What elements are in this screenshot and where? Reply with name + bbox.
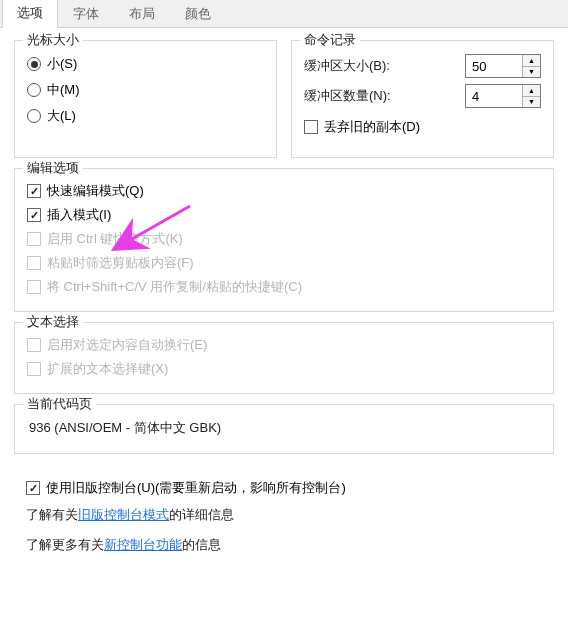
buffer-count-spinner[interactable]: ▲ ▼ bbox=[465, 84, 541, 108]
buffer-count-label: 缓冲区数量(N): bbox=[304, 87, 391, 105]
checkbox-icon bbox=[27, 208, 41, 222]
codepage-value: 936 (ANSI/OEM - 简体中文 GBK) bbox=[27, 415, 541, 441]
cb-ext-text-select: 扩展的文本选择键(X) bbox=[27, 357, 541, 381]
radio-small[interactable]: 小(S) bbox=[27, 51, 264, 77]
link-legacy-mode[interactable]: 旧版控制台模式 bbox=[78, 507, 169, 522]
text: 了解更多有关 bbox=[26, 537, 104, 552]
buffer-size-label: 缓冲区大小(B): bbox=[304, 57, 390, 75]
buffer-count-input[interactable] bbox=[466, 85, 522, 107]
checkbox-label: 使用旧版控制台(U)(需要重新启动，影响所有控制台) bbox=[46, 479, 346, 497]
tab-font[interactable]: 字体 bbox=[58, 0, 114, 28]
checkbox-label: 粘贴时筛选剪贴板内容(F) bbox=[47, 254, 194, 272]
footer-line-2: 了解更多有关新控制台功能的信息 bbox=[26, 536, 554, 554]
checkbox-label: 插入模式(I) bbox=[47, 206, 111, 224]
cb-quick-edit[interactable]: 快速编辑模式(Q) bbox=[27, 179, 541, 203]
cb-ctrl-shortcuts: 启用 Ctrl 键快捷方式(K) bbox=[27, 227, 541, 251]
cmd-history-group: 命令记录 缓冲区大小(B): ▲ ▼ 缓冲区数量(N): bbox=[291, 40, 554, 158]
cb-legacy-console[interactable]: 使用旧版控制台(U)(需要重新启动，影响所有控制台) bbox=[26, 476, 554, 500]
buffer-count-row: 缓冲区数量(N): ▲ ▼ bbox=[304, 81, 541, 111]
checkbox-icon bbox=[27, 256, 41, 270]
edit-options-legend: 编辑选项 bbox=[23, 159, 83, 177]
checkbox-icon bbox=[27, 184, 41, 198]
checkbox-label: 快速编辑模式(Q) bbox=[47, 182, 144, 200]
edit-options-group: 编辑选项 快速编辑模式(Q) 插入模式(I) 启用 Ctrl 键快捷方式(K) … bbox=[14, 168, 554, 312]
checkbox-icon bbox=[27, 338, 41, 352]
codepage-legend: 当前代码页 bbox=[23, 395, 96, 413]
cursor-size-group: 光标大小 小(S) 中(M) 大(L) bbox=[14, 40, 277, 158]
checkbox-icon bbox=[304, 120, 318, 134]
spin-down-icon[interactable]: ▼ bbox=[523, 96, 540, 108]
cursor-size-legend: 光标大小 bbox=[23, 31, 83, 49]
cb-insert-mode[interactable]: 插入模式(I) bbox=[27, 203, 541, 227]
radio-icon bbox=[27, 57, 41, 71]
spin-up-icon[interactable]: ▲ bbox=[523, 55, 540, 66]
cmd-history-legend: 命令记录 bbox=[300, 31, 360, 49]
tab-colors[interactable]: 颜色 bbox=[170, 0, 226, 28]
checkbox-label: 启用对选定内容自动换行(E) bbox=[47, 336, 207, 354]
checkbox-label: 启用 Ctrl 键快捷方式(K) bbox=[47, 230, 183, 248]
radio-label: 大(L) bbox=[47, 107, 76, 125]
cb-copy-paste-hotkey: 将 Ctrl+Shift+C/V 用作复制/粘贴的快捷键(C) bbox=[27, 275, 541, 299]
cb-filter-clipboard: 粘贴时筛选剪贴板内容(F) bbox=[27, 251, 541, 275]
radio-icon bbox=[27, 109, 41, 123]
tab-options[interactable]: 选项 bbox=[2, 0, 58, 28]
text-select-legend: 文本选择 bbox=[23, 313, 83, 331]
buffer-size-input[interactable] bbox=[466, 55, 522, 77]
cb-wrap-selection: 启用对选定内容自动换行(E) bbox=[27, 333, 541, 357]
radio-label: 小(S) bbox=[47, 55, 77, 73]
spin-down-icon[interactable]: ▼ bbox=[523, 66, 540, 78]
checkbox-label: 将 Ctrl+Shift+C/V 用作复制/粘贴的快捷键(C) bbox=[47, 278, 302, 296]
link-new-console[interactable]: 新控制台功能 bbox=[104, 537, 182, 552]
text: 的详细信息 bbox=[169, 507, 234, 522]
radio-medium[interactable]: 中(M) bbox=[27, 77, 264, 103]
text: 了解有关 bbox=[26, 507, 78, 522]
radio-label: 中(M) bbox=[47, 81, 80, 99]
checkbox-icon bbox=[27, 232, 41, 246]
footer-area: 使用旧版控制台(U)(需要重新启动，影响所有控制台) 了解有关旧版控制台模式的详… bbox=[0, 474, 568, 576]
tab-strip: 选项 字体 布局 颜色 bbox=[0, 0, 568, 28]
text-select-group: 文本选择 启用对选定内容自动换行(E) 扩展的文本选择键(X) bbox=[14, 322, 554, 394]
buffer-size-row: 缓冲区大小(B): ▲ ▼ bbox=[304, 51, 541, 81]
spin-up-icon[interactable]: ▲ bbox=[523, 85, 540, 96]
discard-old-checkbox[interactable]: 丢弃旧的副本(D) bbox=[304, 115, 541, 139]
checkbox-icon bbox=[27, 280, 41, 294]
tab-layout[interactable]: 布局 bbox=[114, 0, 170, 28]
buffer-size-spinner[interactable]: ▲ ▼ bbox=[465, 54, 541, 78]
checkbox-icon bbox=[26, 481, 40, 495]
footer-line-1: 了解有关旧版控制台模式的详细信息 bbox=[26, 506, 554, 524]
radio-icon bbox=[27, 83, 41, 97]
text: 的信息 bbox=[182, 537, 221, 552]
checkbox-label: 丢弃旧的副本(D) bbox=[324, 118, 420, 136]
checkbox-icon bbox=[27, 362, 41, 376]
checkbox-label: 扩展的文本选择键(X) bbox=[47, 360, 168, 378]
codepage-group: 当前代码页 936 (ANSI/OEM - 简体中文 GBK) bbox=[14, 404, 554, 454]
radio-large[interactable]: 大(L) bbox=[27, 103, 264, 129]
